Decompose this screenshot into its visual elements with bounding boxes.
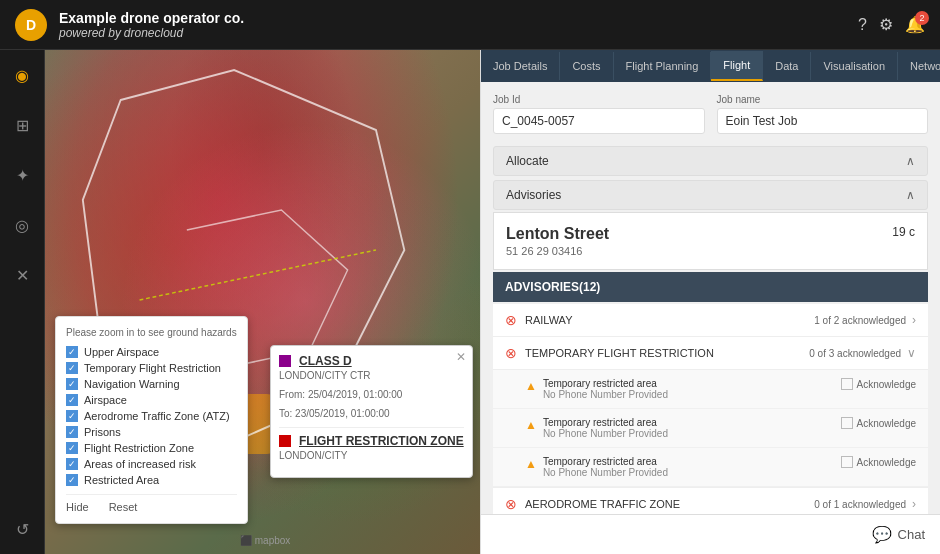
advisory-tfr-sub-2-info: Temporary restricted area No Phone Numbe…: [543, 417, 668, 439]
legend-item-restricted[interactable]: Restricted Area: [66, 474, 237, 486]
advisory-tfr-sub-2-checkbox[interactable]: [841, 417, 853, 429]
legend-checkbox-prisons[interactable]: [66, 426, 78, 438]
advisory-atz-status: 0 of 1 acknowledged: [814, 499, 906, 510]
legend-checkbox-tfr[interactable]: [66, 362, 78, 374]
legend-reset-button[interactable]: Reset: [109, 501, 138, 513]
tab-visualisation[interactable]: Visualisation: [811, 52, 898, 80]
legend-item-upper-airspace[interactable]: Upper Airspace: [66, 346, 237, 358]
advisories-section-header[interactable]: Advisories ∧: [493, 180, 928, 210]
advisory-tfr-sub-3-checkbox[interactable]: [841, 456, 853, 468]
tab-flight[interactable]: Flight: [711, 51, 763, 81]
tab-data[interactable]: Data: [763, 52, 811, 80]
class-d-from: From: 25/04/2019, 01:00:00: [279, 389, 464, 400]
legend-item-nav-warning[interactable]: Navigation Warning: [66, 378, 237, 390]
advisory-tfr-title: TEMPORARY FLIGHT RESTRICTION: [525, 347, 714, 359]
right-panel: Job Details Costs Flight Planning Flight…: [480, 50, 940, 554]
class-d-title[interactable]: CLASS D: [299, 354, 352, 368]
advisory-tfr-sub-2-detail: No Phone Number Provided: [543, 428, 668, 439]
advisory-tfr-sub-1-warning-icon: ▲: [525, 379, 537, 393]
job-name-value: Eoin Test Job: [717, 108, 929, 134]
advisory-tfr-right: 0 of 3 acknowledged ∨: [809, 346, 916, 360]
legend-label-restricted: Restricted Area: [84, 474, 159, 486]
advisory-railway-error-icon: ⊗: [505, 312, 517, 328]
advisory-tfr-sub-3-info: Temporary restricted area No Phone Numbe…: [543, 456, 668, 478]
advisory-tfr-sub-2-ack-label: Acknowledge: [857, 418, 916, 429]
legend-label-atz: Aerodrome Traffic Zone (ATZ): [84, 410, 230, 422]
flight-restriction-title[interactable]: FLIGHT RESTRICTION ZONE: [299, 434, 464, 448]
sidebar-item-home[interactable]: ◉: [7, 60, 37, 90]
job-name-label: Job name: [717, 94, 929, 105]
advisory-railway-status: 1 of 2 acknowledged: [814, 315, 906, 326]
allocate-title: Allocate: [506, 154, 549, 168]
legend-label-prisons: Prisons: [84, 426, 121, 438]
legend-item-frz[interactable]: Flight Restriction Zone: [66, 442, 237, 454]
advisory-row-railway[interactable]: ⊗ RAILWAY 1 of 2 acknowledged ›: [493, 304, 928, 337]
legend-item-prisons[interactable]: Prisons: [66, 426, 237, 438]
advisory-tfr-sub-3-ack[interactable]: Acknowledge: [841, 456, 916, 468]
advisory-tfr-chevron-icon: ∨: [907, 346, 916, 360]
sidebar-item-grid[interactable]: ⊞: [7, 110, 37, 140]
company-name: Example drone operator co.: [59, 10, 244, 26]
advisory-tfr-sub-1: ▲ Temporary restricted area No Phone Num…: [493, 370, 928, 409]
advisory-railway-title: RAILWAY: [525, 314, 572, 326]
panel-content: Job Id C_0045-0057 Job name Eoin Test Jo…: [481, 82, 940, 514]
job-fields-row: Job Id C_0045-0057 Job name Eoin Test Jo…: [493, 94, 928, 134]
legend-item-atz[interactable]: Aerodrome Traffic Zone (ATZ): [66, 410, 237, 422]
tab-job-details[interactable]: Job Details: [481, 52, 560, 80]
advisory-tfr-sub-1-checkbox[interactable]: [841, 378, 853, 390]
advisory-tfr-sub-2-ack[interactable]: Acknowledge: [841, 417, 916, 429]
tab-flight-planning[interactable]: Flight Planning: [614, 52, 712, 80]
class-d-subtitle: LONDON/CITY CTR: [279, 370, 464, 381]
tab-costs[interactable]: Costs: [560, 52, 613, 80]
chat-button[interactable]: 💬 Chat: [872, 525, 925, 544]
map-satellite: ✕ CLASS D LONDON/CITY CTR From: 25/04/20…: [45, 50, 480, 554]
legend-checkbox-airspace[interactable]: [66, 394, 78, 406]
job-id-value: C_0045-0057: [493, 108, 705, 134]
sidebar-item-location[interactable]: ◎: [7, 210, 37, 240]
legend-label-frz: Flight Restriction Zone: [84, 442, 194, 454]
legend-item-tfr[interactable]: Temporary Flight Restriction: [66, 362, 237, 374]
advisory-tfr-sub-1-ack[interactable]: Acknowledge: [841, 378, 916, 390]
sidebar-item-refresh[interactable]: ↺: [7, 514, 37, 544]
notification-badge: 2: [915, 11, 929, 25]
advisory-row-tfr[interactable]: ⊗ TEMPORARY FLIGHT RESTRICTION 0 of 3 ac…: [493, 337, 928, 370]
map-popup: ✕ CLASS D LONDON/CITY CTR From: 25/04/20…: [270, 345, 473, 478]
legend-checkbox-nav-warning[interactable]: [66, 378, 78, 390]
popup-close-icon[interactable]: ✕: [456, 350, 466, 364]
svg-line-1: [140, 250, 376, 300]
tab-network[interactable]: Network: [898, 52, 940, 80]
advisory-tfr-error-icon: ⊗: [505, 345, 517, 361]
class-d-color: [279, 355, 291, 367]
location-info: Lenton Street 51 26 29 03416: [506, 225, 609, 257]
panel-tabs: Job Details Costs Flight Planning Flight…: [481, 50, 940, 82]
legend-checkbox-upper-airspace[interactable]: [66, 346, 78, 358]
help-icon[interactable]: ?: [858, 16, 867, 34]
allocate-section-header[interactable]: Allocate ∧: [493, 146, 928, 176]
advisory-tfr-expanded: ▲ Temporary restricted area No Phone Num…: [493, 370, 928, 488]
legend-checkbox-restricted[interactable]: [66, 474, 78, 486]
notification-icon[interactable]: 🔔 2: [905, 15, 925, 34]
main-layout: ◉ ⊞ ✦ ◎ ✕ ↺ ✕: [0, 50, 940, 554]
advisory-tfr-sub-2-warning-icon: ▲: [525, 418, 537, 432]
advisory-tfr-sub-1-title: Temporary restricted area: [543, 378, 668, 389]
advisory-tfr-sub-3-left: ▲ Temporary restricted area No Phone Num…: [525, 456, 668, 478]
location-block: Lenton Street 51 26 29 03416 19 c: [493, 212, 928, 270]
map-area[interactable]: ✕ CLASS D LONDON/CITY CTR From: 25/04/20…: [45, 50, 480, 554]
legend-item-air[interactable]: Areas of increased risk: [66, 458, 237, 470]
sidebar-item-drone[interactable]: ✦: [7, 160, 37, 190]
advisory-atz-arrow-icon: ›: [912, 497, 916, 511]
legend-item-airspace[interactable]: Airspace: [66, 394, 237, 406]
legend-checkbox-air[interactable]: [66, 458, 78, 470]
legend-hide-button[interactable]: Hide: [66, 501, 89, 513]
advisory-row-atz[interactable]: ⊗ AERODROME TRAFFIC ZONE 0 of 1 acknowle…: [493, 488, 928, 514]
legend-checkbox-frz[interactable]: [66, 442, 78, 454]
legend-label-airspace: Airspace: [84, 394, 127, 406]
sidebar-item-close[interactable]: ✕: [7, 260, 37, 290]
advisory-tfr-sub-3-warning-icon: ▲: [525, 457, 537, 471]
app-header: D Example drone operator co. powered by …: [0, 0, 940, 50]
settings-icon[interactable]: ⚙: [879, 15, 893, 34]
legend-actions: Hide Reset: [66, 494, 237, 513]
legend-checkbox-atz[interactable]: [66, 410, 78, 422]
advisory-tfr-sub-1-info: Temporary restricted area No Phone Numbe…: [543, 378, 668, 400]
mapbox-logo: ⬛ mapbox: [240, 535, 290, 546]
